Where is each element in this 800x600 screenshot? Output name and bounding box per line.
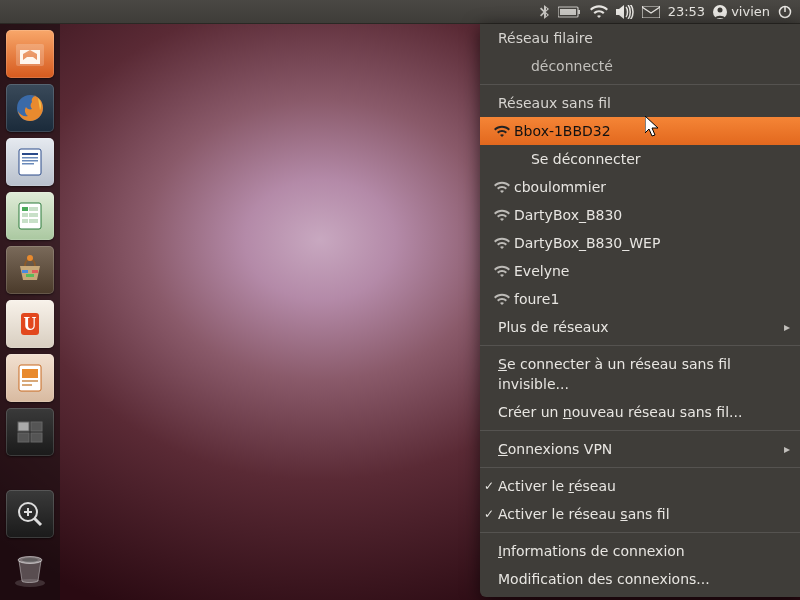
launcher-software-center[interactable] xyxy=(6,246,54,294)
svg-point-24 xyxy=(27,255,33,261)
wifi-ssid-label: foure1 xyxy=(514,289,559,309)
ubuntu-one-icon: U xyxy=(12,306,48,342)
svg-rect-10 xyxy=(19,149,41,175)
trash-icon xyxy=(9,547,51,589)
wifi-network-item[interactable]: Evelyne xyxy=(480,257,800,285)
wifi-ssid-label: cboulommier xyxy=(514,177,606,197)
launcher-impress[interactable] xyxy=(6,354,54,402)
launcher-trash[interactable] xyxy=(6,544,54,592)
vpn-item[interactable]: Connexions VPN xyxy=(480,435,800,463)
volume-icon[interactable] xyxy=(616,5,634,19)
user-menu[interactable]: vivien xyxy=(713,4,770,19)
connection-info-item[interactable]: Informations de connexion xyxy=(480,537,800,565)
network-menu: Réseau filaire déconnecté Réseaux sans f… xyxy=(480,24,800,597)
enable-wifi-item[interactable]: ✓Activer le réseau sans fil xyxy=(480,500,800,528)
wifi-network-item[interactable]: DartyBox_B830_WEP xyxy=(480,229,800,257)
wireless-header: Réseaux sans fil xyxy=(480,89,800,117)
wired-header: Réseau filaire xyxy=(480,24,800,52)
svg-rect-15 xyxy=(22,163,34,165)
wired-status: déconnecté xyxy=(480,52,800,80)
create-new-network-item[interactable]: Créer un nouveau réseau sans fil... xyxy=(480,398,800,426)
svg-rect-35 xyxy=(18,422,29,431)
svg-rect-27 xyxy=(26,274,34,277)
wifi-connected-item[interactable]: Bbox-1BBD32 xyxy=(480,117,800,145)
svg-rect-26 xyxy=(32,270,38,273)
separator xyxy=(480,345,800,346)
user-name: vivien xyxy=(731,4,770,19)
enable-network-item[interactable]: ✓Activer le réseau xyxy=(480,472,800,500)
svg-rect-2 xyxy=(560,9,576,15)
svg-rect-1 xyxy=(578,10,580,14)
wifi-signal-icon xyxy=(494,293,510,305)
svg-rect-38 xyxy=(31,433,42,442)
svg-text:U: U xyxy=(24,314,37,334)
clock[interactable]: 23:53 xyxy=(668,4,705,19)
svg-rect-18 xyxy=(22,207,28,211)
more-networks-item[interactable]: Plus de réseaux xyxy=(480,313,800,341)
launcher-writer[interactable] xyxy=(6,138,54,186)
user-icon xyxy=(713,5,727,19)
svg-rect-32 xyxy=(22,369,38,378)
connect-hidden-item[interactable]: Se connecter à un réseau sans fil invisi… xyxy=(480,350,800,398)
svg-point-45 xyxy=(22,558,38,562)
launcher-ubuntu-one[interactable]: U xyxy=(6,300,54,348)
launcher-calc[interactable] xyxy=(6,192,54,240)
wifi-network-item[interactable]: DartyBox_B830 xyxy=(480,201,800,229)
check-icon: ✓ xyxy=(484,504,494,524)
svg-rect-3 xyxy=(642,6,660,18)
launcher-files[interactable] xyxy=(6,30,54,78)
wifi-ssid-label: DartyBox_B830 xyxy=(514,205,622,225)
launcher-workspace-switcher[interactable] xyxy=(6,408,54,456)
wifi-indicator-icon[interactable] xyxy=(590,5,608,19)
separator xyxy=(480,430,800,431)
edit-connections-item[interactable]: Modification des connexions... xyxy=(480,565,800,593)
wifi-ssid-label: Evelyne xyxy=(514,261,569,281)
workspace-switcher-icon xyxy=(12,414,48,450)
svg-rect-25 xyxy=(22,270,28,273)
wifi-network-item[interactable]: foure1 xyxy=(480,285,800,313)
svg-rect-22 xyxy=(22,219,28,223)
wifi-signal-icon xyxy=(494,181,510,193)
wifi-disconnect-item[interactable]: Se déconnecter xyxy=(480,145,800,173)
separator xyxy=(480,84,800,85)
bluetooth-icon[interactable] xyxy=(540,5,550,19)
svg-rect-19 xyxy=(29,207,38,211)
svg-rect-20 xyxy=(22,213,28,217)
power-icon[interactable] xyxy=(778,5,792,19)
wifi-network-item[interactable]: cboulommier xyxy=(480,173,800,201)
writer-icon xyxy=(12,144,48,180)
svg-rect-37 xyxy=(18,433,29,442)
wifi-signal-icon xyxy=(494,209,510,221)
mail-icon[interactable] xyxy=(642,6,660,18)
firefox-icon xyxy=(12,90,48,126)
svg-rect-14 xyxy=(22,160,38,162)
separator xyxy=(480,467,800,468)
check-icon: ✓ xyxy=(484,476,494,496)
svg-line-40 xyxy=(34,518,41,525)
wifi-signal-icon xyxy=(494,265,510,277)
impress-icon xyxy=(12,360,48,396)
svg-rect-34 xyxy=(22,384,32,386)
mouse-cursor xyxy=(645,116,661,140)
launcher-firefox[interactable] xyxy=(6,84,54,132)
launcher: U xyxy=(0,24,60,600)
svg-rect-12 xyxy=(22,153,38,155)
svg-point-5 xyxy=(718,7,723,12)
svg-rect-13 xyxy=(22,157,38,159)
calc-icon xyxy=(12,198,48,234)
software-center-icon xyxy=(12,252,48,288)
wifi-ssid-label: DartyBox_B830_WEP xyxy=(514,233,660,253)
separator xyxy=(480,532,800,533)
top-panel: 23:53 vivien xyxy=(0,0,800,24)
files-icon xyxy=(12,36,48,72)
svg-rect-36 xyxy=(31,422,42,431)
zoom-icon xyxy=(12,496,48,532)
svg-rect-21 xyxy=(29,213,38,217)
svg-rect-33 xyxy=(22,380,38,382)
battery-icon[interactable] xyxy=(558,6,582,18)
svg-rect-23 xyxy=(29,219,38,223)
launcher-zoom[interactable] xyxy=(6,490,54,538)
wifi-ssid-label: Bbox-1BBD32 xyxy=(514,121,611,141)
wifi-signal-icon xyxy=(494,237,510,249)
wifi-signal-icon xyxy=(494,125,510,137)
